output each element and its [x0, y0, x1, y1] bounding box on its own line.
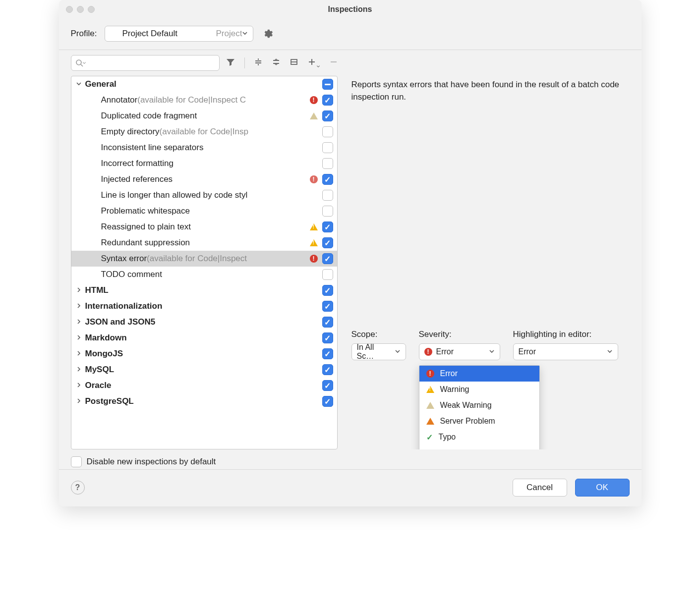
group-checkbox[interactable]: [322, 396, 333, 407]
chevron-right-icon[interactable]: [71, 301, 85, 311]
severity-option[interactable]: Consideration: [419, 445, 539, 449]
warning-icon: [310, 223, 318, 230]
item-checkbox[interactable]: [322, 269, 333, 280]
tree-group[interactable]: MySQL: [71, 362, 337, 378]
tree-item[interactable]: Injected references: [71, 171, 337, 187]
item-label: Duplicated code fragment: [71, 111, 306, 121]
ok-button[interactable]: OK: [575, 479, 630, 497]
tree-group[interactable]: Internationalization: [71, 298, 337, 314]
chevron-right-icon[interactable]: [71, 285, 85, 295]
tree-item[interactable]: Inconsistent line separators: [71, 140, 337, 156]
tree-group[interactable]: JSON and JSON5: [71, 314, 337, 330]
item-checkbox[interactable]: [322, 126, 333, 137]
chevron-right-icon[interactable]: [71, 349, 85, 359]
item-label: TODO comment: [71, 270, 306, 279]
group-checkbox[interactable]: [322, 380, 333, 391]
item-checkbox[interactable]: [322, 206, 333, 217]
tree-group[interactable]: HTML: [71, 282, 337, 298]
tree-group[interactable]: Oracle: [71, 378, 337, 393]
chevron-right-icon[interactable]: [71, 317, 85, 327]
group-checkbox[interactable]: [322, 348, 333, 359]
severity-label: Severity:: [419, 330, 500, 339]
group-checkbox[interactable]: [322, 317, 333, 328]
minimize-window-icon[interactable]: [77, 6, 84, 13]
item-checkbox[interactable]: [322, 237, 333, 248]
scope-value: In All Sc…: [357, 343, 391, 361]
chevron-right-icon[interactable]: [71, 396, 85, 406]
remove-icon[interactable]: [329, 57, 338, 68]
tree-group[interactable]: Markdown: [71, 330, 337, 346]
tree-item[interactable]: Redundant suppression: [71, 235, 337, 251]
item-checkbox[interactable]: [322, 95, 333, 106]
group-label: Internationalization: [85, 301, 306, 311]
item-checkbox[interactable]: [322, 190, 333, 201]
item-checkbox[interactable]: [322, 142, 333, 153]
server-problem-icon: [426, 418, 434, 425]
severity-option[interactable]: Warning: [419, 382, 539, 397]
chevron-down-icon[interactable]: [71, 79, 85, 89]
warning-icon: [426, 386, 434, 393]
group-checkbox[interactable]: [322, 364, 333, 375]
collapse-all-icon[interactable]: [272, 57, 281, 68]
inspection-tree[interactable]: General Annotator (available for Code|In…: [71, 76, 338, 449]
tree-group-general[interactable]: General: [71, 76, 337, 92]
severity-col: Severity: Error ErrorWarningWeak Warning…: [419, 330, 500, 360]
scope-select[interactable]: In All Sc…: [351, 343, 406, 360]
option-label: Consideration: [440, 448, 489, 449]
chevron-right-icon[interactable]: [71, 381, 85, 390]
toolbar-icons: [226, 57, 338, 69]
inspection-detail-panel: Reports syntax errors that have been fou…: [351, 76, 630, 449]
scope-severity-row: Scope: In All Sc… Severity: Error ErrorW…: [351, 330, 630, 360]
item-label: Annotator (available for Code|Inspect C: [71, 95, 306, 105]
error-icon: [310, 255, 318, 263]
group-label: JSON and JSON5: [85, 317, 306, 327]
search-field[interactable]: [86, 59, 215, 67]
window-controls: [66, 6, 95, 13]
group-checkbox[interactable]: [322, 285, 333, 296]
cancel-button[interactable]: Cancel: [513, 479, 567, 497]
disable-checkbox[interactable]: [71, 456, 82, 467]
highlight-select[interactable]: Error: [513, 343, 618, 360]
scope-col: Scope: In All Sc…: [351, 330, 406, 360]
profile-select[interactable]: Project Default Project: [105, 26, 253, 42]
item-checkbox[interactable]: [322, 158, 333, 169]
search-input[interactable]: [71, 55, 220, 71]
add-icon[interactable]: [307, 57, 320, 68]
tree-item[interactable]: TODO comment: [71, 267, 337, 282]
severity-option[interactable]: ✓Typo: [419, 429, 539, 445]
filter-icon[interactable]: [226, 57, 235, 69]
severity-option[interactable]: Weak Warning: [419, 397, 539, 413]
severity-select[interactable]: Error: [419, 343, 500, 360]
tree-item[interactable]: Annotator (available for Code|Inspect C: [71, 92, 337, 108]
group-checkbox[interactable]: [322, 79, 333, 90]
item-checkbox[interactable]: [322, 174, 333, 185]
scope-label: Scope:: [351, 330, 406, 339]
weak-warning-icon: [426, 402, 434, 409]
profile-row: Profile: Project Default Project: [59, 19, 642, 50]
tree-item[interactable]: Incorrect formatting: [71, 156, 337, 171]
severity-option[interactable]: Server Problem: [419, 413, 539, 429]
tree-item[interactable]: Line is longer than allowed by code styl: [71, 187, 337, 203]
profile-settings-button[interactable]: [261, 27, 274, 40]
chevron-right-icon[interactable]: [71, 365, 85, 375]
item-checkbox[interactable]: [322, 221, 333, 232]
item-checkbox[interactable]: [322, 253, 333, 264]
expand-all-icon[interactable]: [254, 57, 263, 68]
group-checkbox[interactable]: [322, 332, 333, 343]
tree-item[interactable]: Syntax error (available for Code|Inspect: [71, 251, 337, 267]
close-window-icon[interactable]: [66, 6, 73, 13]
tree-item[interactable]: Reassigned to plain text: [71, 219, 337, 235]
svg-point-0: [76, 60, 81, 65]
tree-item[interactable]: Problematic whitespace: [71, 203, 337, 219]
tree-item[interactable]: Duplicated code fragment: [71, 108, 337, 124]
group-checkbox[interactable]: [322, 301, 333, 312]
tree-item[interactable]: Empty directory (available for Code|Insp: [71, 124, 337, 140]
severity-option[interactable]: Error: [419, 366, 539, 382]
help-button[interactable]: ?: [71, 481, 85, 495]
tree-group[interactable]: PostgreSQL: [71, 393, 337, 409]
reset-icon[interactable]: [290, 57, 298, 68]
chevron-right-icon[interactable]: [71, 333, 85, 343]
zoom-window-icon[interactable]: [88, 6, 95, 13]
item-checkbox[interactable]: [322, 111, 333, 121]
tree-group[interactable]: MongoJS: [71, 346, 337, 362]
